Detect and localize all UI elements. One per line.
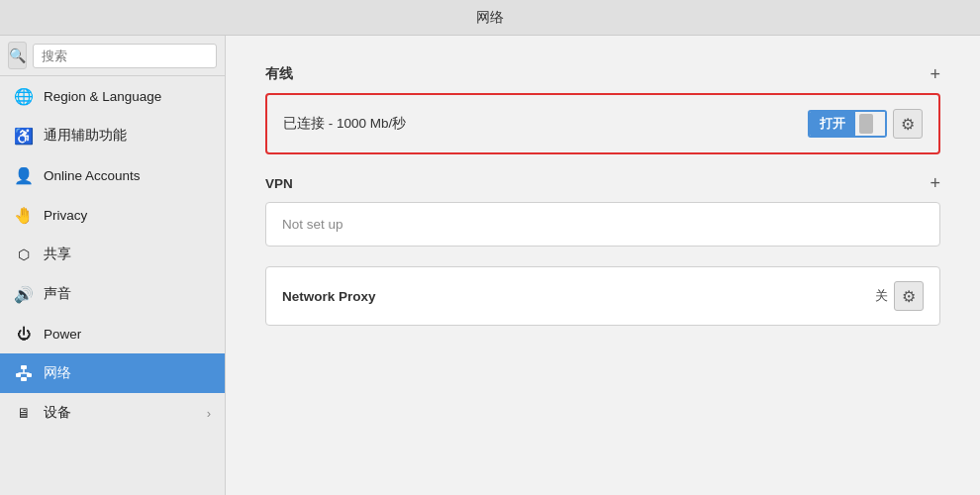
sidebar-item-accessibility[interactable]: ♿ 通用辅助功能	[0, 116, 225, 155]
wired-controls: 打开 ⚙	[808, 109, 923, 139]
proxy-label: Network Proxy	[282, 289, 376, 304]
sidebar-item-label: 声音	[44, 285, 211, 303]
wired-section-header: 有线 +	[265, 65, 940, 83]
sidebar-item-label: 网络	[44, 364, 211, 382]
sidebar-item-label: Region & Language	[44, 89, 211, 104]
vpn-status-label: Not set up	[282, 217, 924, 232]
proxy-controls: 关 ⚙	[875, 281, 924, 311]
toggle-track	[855, 112, 885, 136]
privacy-icon: 🤚	[14, 205, 34, 225]
network-icon	[14, 363, 34, 383]
sidebar-item-sharing[interactable]: ⬡ 共享	[0, 235, 225, 274]
sidebar-item-power[interactable]: ⏻ Power	[0, 314, 225, 353]
search-row: 🔍	[0, 36, 225, 76]
search-input[interactable]	[33, 44, 217, 68]
svg-rect-0	[21, 365, 27, 369]
toggle-button[interactable]: 打开	[808, 110, 887, 138]
sidebar-item-label: 设备	[44, 404, 197, 422]
sidebar-item-label: Online Accounts	[44, 168, 211, 183]
vpn-section-header: VPN +	[265, 174, 940, 192]
proxy-status: 关	[875, 287, 888, 305]
toggle-thumb	[859, 114, 873, 134]
vpn-not-setup-row: Not set up	[266, 203, 939, 246]
sidebar-item-privacy[interactable]: 🤚 Privacy	[0, 195, 225, 235]
titlebar: 网络	[0, 0, 980, 36]
wired-section-title: 有线	[265, 65, 293, 83]
search-icon: 🔍	[9, 48, 26, 63]
sidebar-item-label: Power	[44, 327, 211, 342]
sidebar-item-network[interactable]: 网络	[0, 353, 225, 393]
sidebar-item-online-accounts[interactable]: 👤 Online Accounts	[0, 155, 225, 195]
vpn-section-title: VPN	[265, 176, 293, 191]
sidebar-item-label: 通用辅助功能	[44, 127, 211, 145]
vpn-card: Not set up	[265, 202, 940, 247]
proxy-card: Network Proxy 关 ⚙	[265, 266, 940, 326]
window-title: 网络	[10, 9, 970, 27]
sidebar-item-label: 共享	[44, 246, 211, 263]
region-icon: 🌐	[14, 86, 34, 106]
sidebar: 🔍 🌐 Region & Language ♿ 通用辅助功能 👤 Online …	[0, 36, 226, 495]
devices-icon: 🖥	[14, 403, 34, 423]
power-icon: ⏻	[14, 324, 34, 344]
sidebar-item-devices[interactable]: 🖥 设备 ›	[0, 393, 225, 433]
chevron-right-icon: ›	[207, 406, 211, 421]
wired-connection-row: 已连接 - 1000 Mb/秒 打开 ⚙	[267, 95, 938, 152]
wired-settings-button[interactable]: ⚙	[893, 109, 923, 139]
wired-add-button[interactable]: +	[930, 65, 940, 83]
sharing-icon: ⬡	[14, 245, 34, 264]
sidebar-item-label: Privacy	[44, 208, 211, 223]
gear-icon: ⚙	[901, 115, 915, 134]
content-area: 🔍 🌐 Region & Language ♿ 通用辅助功能 👤 Online …	[0, 36, 980, 495]
proxy-row: Network Proxy 关 ⚙	[266, 267, 939, 325]
online-accounts-icon: 👤	[14, 165, 34, 185]
proxy-gear-icon: ⚙	[902, 287, 916, 306]
sidebar-item-region[interactable]: 🌐 Region & Language	[0, 76, 225, 116]
main-content: 有线 + 已连接 - 1000 Mb/秒 打开 ⚙	[226, 36, 980, 495]
accessibility-icon: ♿	[14, 126, 34, 146]
search-icon-btn[interactable]: 🔍	[8, 42, 27, 69]
settings-window: 网络 🔍 🌐 Region & Language ♿ 通用辅助功能 👤	[0, 0, 980, 495]
sidebar-item-sound[interactable]: 🔊 声音	[0, 274, 225, 314]
vpn-add-button[interactable]: +	[930, 174, 940, 192]
sound-icon: 🔊	[14, 284, 34, 304]
proxy-settings-button[interactable]: ⚙	[894, 281, 924, 311]
wired-card: 已连接 - 1000 Mb/秒 打开 ⚙	[265, 93, 940, 154]
toggle-on-label[interactable]: 打开	[810, 112, 855, 136]
connection-status-label: 已连接 - 1000 Mb/秒	[283, 115, 808, 133]
